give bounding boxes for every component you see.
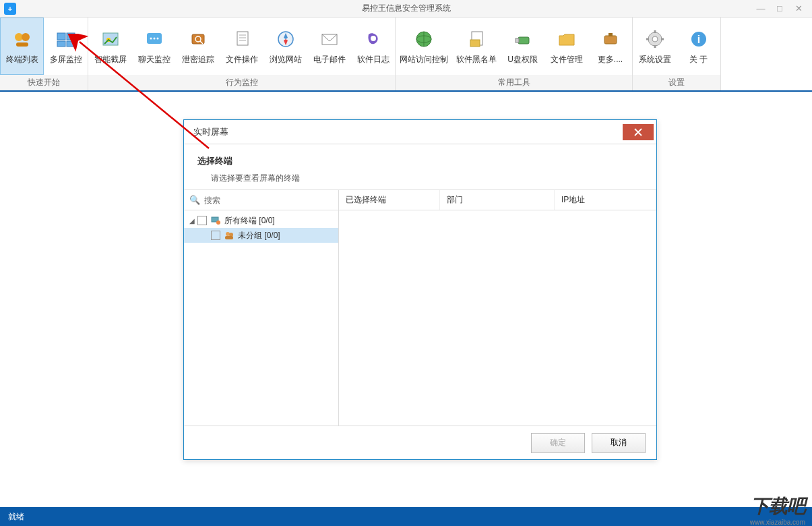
table-pane: 已选择终端 部门 IP地址 xyxy=(339,190,656,426)
search-icon: 🔍 xyxy=(189,195,200,205)
svg-rect-27 xyxy=(470,40,480,47)
users-group-icon xyxy=(223,230,235,241)
table-header: 已选择终端 部门 IP地址 xyxy=(339,190,656,210)
ribbon-items: 智能截屏聊天监控泄密追踪文件操作浏览网站电子邮件软件日志 xyxy=(88,18,395,75)
ribbon-label: U盘权限 xyxy=(507,54,538,65)
table-body xyxy=(339,210,656,426)
ribbon-blacklist[interactable]: 软件黑名单 xyxy=(452,18,501,75)
more-icon xyxy=(598,27,623,51)
svg-rect-31 xyxy=(608,33,613,36)
ribbon-webctrl[interactable]: 网站访问控制 xyxy=(396,18,452,75)
webctrl-icon xyxy=(412,27,436,51)
terminal-tree: ◢所有终端 [0/0]未分组 [0/0] xyxy=(184,210,338,426)
svg-point-12 xyxy=(156,38,158,40)
ribbon-group-label: 快速开始 xyxy=(0,75,88,90)
ribbon-label: 文件操作 xyxy=(226,54,258,65)
ribbon-leak[interactable]: 泄密追踪 xyxy=(176,18,220,75)
ribbon-group-label: 行为监控 xyxy=(88,75,395,90)
multiscreen-icon xyxy=(54,27,78,51)
ribbon-filemgr[interactable]: 文件管理 xyxy=(544,18,588,75)
ribbon-group: 系统设置i关 于设置 xyxy=(633,18,721,90)
titlebar: 易控王信息安全管理系统 — □ ✕ xyxy=(0,0,812,18)
ribbon-group: 网站访问控制软件黑名单U盘权限文件管理更多....常用工具 xyxy=(396,18,633,90)
ribbon-group-label: 设置 xyxy=(633,75,720,90)
close-icon xyxy=(634,128,642,136)
cancel-button[interactable]: 取消 xyxy=(592,433,646,453)
svg-point-11 xyxy=(153,38,155,40)
ribbon-label: 系统设置 xyxy=(639,54,671,65)
ribbon-label: 聊天监控 xyxy=(138,54,170,65)
ribbon-label: 泄密追踪 xyxy=(182,54,214,65)
dialog-header: 实时屏幕 xyxy=(184,120,656,144)
tree-node[interactable]: ◢所有终端 [0/0] xyxy=(184,213,338,228)
tree-checkbox[interactable] xyxy=(211,231,220,240)
ribbon-label: 浏览网站 xyxy=(270,54,302,65)
svg-point-1 xyxy=(22,33,30,41)
fileop-icon xyxy=(230,27,254,51)
minimize-button[interactable]: — xyxy=(754,3,768,14)
svg-point-22 xyxy=(371,36,376,41)
ribbon-label: 多屏监控 xyxy=(50,54,82,65)
ribbon-label: 软件黑名单 xyxy=(456,54,497,65)
svg-rect-45 xyxy=(225,236,233,239)
svg-rect-4 xyxy=(67,33,75,40)
leak-icon xyxy=(186,27,210,51)
ribbon-terminals[interactable]: 终端列表 xyxy=(0,18,44,75)
svg-rect-2 xyxy=(16,42,28,47)
tree-node[interactable]: 未分组 [0/0] xyxy=(184,228,338,243)
tree-pane: 🔍 ◢所有终端 [0/0]未分组 [0/0] xyxy=(184,190,339,426)
svg-rect-6 xyxy=(67,41,75,47)
ribbon-settings[interactable]: 系统设置 xyxy=(633,18,677,75)
statusbar: 就绪 xyxy=(0,507,812,526)
dialog-footer: 确定 取消 xyxy=(184,426,656,459)
tree-toggle-icon[interactable]: ◢ xyxy=(189,217,197,225)
svg-point-33 xyxy=(652,36,658,42)
window-controls: — □ ✕ xyxy=(754,3,812,14)
app-icon xyxy=(4,3,16,15)
computer-group-icon xyxy=(210,215,222,226)
ribbon: 终端列表多屏监控快速开始智能截屏聊天监控泄密追踪文件操作浏览网站电子邮件软件日志… xyxy=(0,18,812,92)
svg-rect-13 xyxy=(192,34,204,44)
ribbon-screenshot[interactable]: 智能截屏 xyxy=(88,18,132,75)
ribbon-label: 软件日志 xyxy=(357,54,389,65)
ribbon-label: 文件管理 xyxy=(551,54,583,65)
dialog-title: 实时屏幕 xyxy=(193,126,228,138)
ribbon-softlog[interactable]: 软件日志 xyxy=(351,18,395,75)
chat-icon xyxy=(142,27,166,51)
svg-rect-5 xyxy=(57,41,65,47)
tree-label: 未分组 [0/0] xyxy=(238,230,280,241)
ribbon-usb[interactable]: U盘权限 xyxy=(501,18,544,75)
ribbon-email[interactable]: 电子邮件 xyxy=(307,18,351,75)
col-ip: IP地址 xyxy=(555,190,656,210)
dialog-section: 选择终端 请选择要查看屏幕的终端 xyxy=(184,144,656,189)
ribbon-fileop[interactable]: 文件操作 xyxy=(220,18,263,75)
screenshot-icon xyxy=(98,27,123,51)
ribbon-label: 关 于 xyxy=(689,54,708,65)
ribbon-label: 电子邮件 xyxy=(313,54,346,65)
ribbon-about[interactable]: i关 于 xyxy=(677,18,720,75)
maximize-button[interactable]: □ xyxy=(773,3,786,14)
ribbon-more[interactable]: 更多.... xyxy=(588,18,632,75)
dialog-body: 选择终端 请选择要查看屏幕的终端 🔍 ◢所有终端 [0/0]未分组 [0/0] … xyxy=(184,144,656,459)
usb-icon xyxy=(511,27,535,51)
col-selected: 已选择终端 xyxy=(339,190,440,210)
tree-checkbox[interactable] xyxy=(197,216,207,225)
watermark-url: www.xiazaiba.com xyxy=(750,519,805,526)
svg-rect-21 xyxy=(322,34,337,45)
ok-button[interactable]: 确定 xyxy=(531,433,585,453)
dialog-close-button[interactable] xyxy=(623,124,654,140)
email-icon xyxy=(317,27,342,51)
svg-point-10 xyxy=(150,38,152,40)
svg-rect-30 xyxy=(604,36,617,44)
ribbon-items: 系统设置i关 于 xyxy=(633,18,720,75)
ribbon-chat[interactable]: 聊天监控 xyxy=(132,18,176,75)
svg-point-43 xyxy=(226,232,230,236)
ribbon-group-label: 常用工具 xyxy=(396,75,632,90)
ribbon-multiscreen[interactable]: 多屏监控 xyxy=(44,18,88,75)
close-button[interactable]: ✕ xyxy=(792,3,805,14)
search-input[interactable] xyxy=(204,196,333,205)
svg-rect-29 xyxy=(516,38,519,42)
blacklist-icon xyxy=(464,27,489,51)
ribbon-label: 更多.... xyxy=(598,54,623,65)
ribbon-browse[interactable]: 浏览网站 xyxy=(263,18,307,75)
